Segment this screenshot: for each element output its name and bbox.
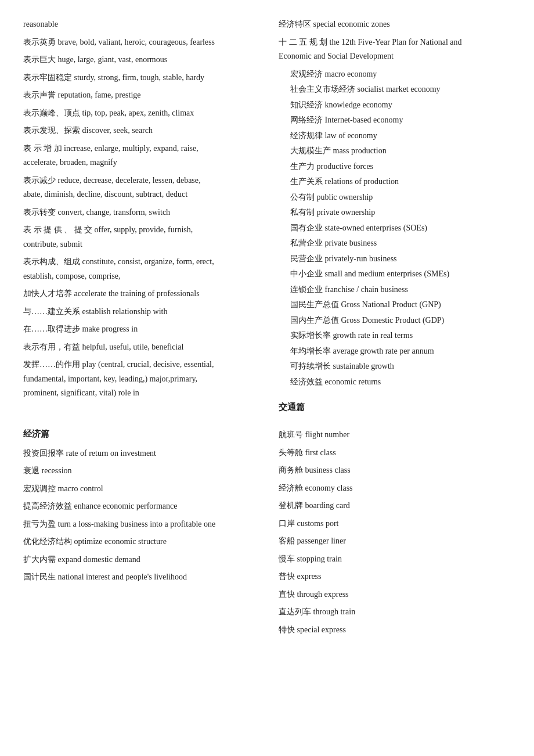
entry-zhongxiaoqiye-en: small and medium enterprises (SMEs) [325,269,450,278]
entry-tigong-cn: 表 示 提 供 、 提 交 [23,225,92,234]
entry-tigaojingji-cn: 提高经济效益 [23,502,72,510]
entry-zhishijingji-en: knowledge economy [325,100,392,109]
entry-jingjiqu-cn: 经济特区 [279,20,311,28]
entry-zhuanbian: 表示转变 convert, change, transform, switch [23,206,255,220]
entry-guoji: 国计民生 national interest and people's live… [23,570,255,585]
entry-gnp-cn: 国民生产总值 [290,300,339,309]
entry-zhikuai-en: through express [297,590,349,599]
entry-touzi-en: rate of return on investment [66,449,157,458]
entry-zengjia-cn: 表 示 增 加 [23,144,62,153]
entry-jingjiguilv-en: law of economy [325,131,377,140]
entry-gdp: 国内生产总值 Gross Domestic Product (GDP) [290,314,511,328]
left-column: reasonable 表示英勇 brave, bold, valiant, he… [23,17,255,640]
entry-zhida-en: through train [313,607,356,616]
entry-goucheng-en: constitute, consist, organize, form, ere… [82,257,214,266]
entry-pukuai-cn: 普快 [279,572,295,581]
entry-wangluojingji: 网络经济 Internet-based economy [290,113,511,128]
entry-touzi: 投资回报率 rate of return on investment [23,447,255,461]
entry-kechixu-en: sustainable growth [333,362,394,370]
entry-youhua-en: optimize economic structure [74,537,167,546]
entry-jingjiqu-en: special economic zones [313,20,390,28]
entry-shijizengzhang: 实际增长率 growth rate in real terms [290,329,511,343]
entry-kuoda-cn: 扩大内需 [23,555,56,564]
entry-siyingqiye-en: private business [325,239,377,247]
entry-koan: 口岸 customs port [279,517,511,531]
entry-laoguwending-cn: 表示牢固稳定 [23,73,72,82]
entry-laoguwending-en: sturdy, strong, firm, tough, stable, har… [74,73,205,82]
entry-jingjicang: 经济舱 economy class [279,481,511,496]
entry-zhida: 直达列车 through train [279,605,511,620]
entry-tigaojingji-en: enhance economic performance [74,502,178,510]
entry-minyingqiye-en: privately-run business [325,254,397,263]
entry-guoyouqiye-en: state-owned enterprises (SOEs) [325,224,428,232]
entry-jinbu: 在……取得进步 make progress in [23,322,255,337]
entry-kechixu: 可持续增长 sustainable growth [290,359,511,374]
entry-dengjipai: 登机牌 boarding card [279,499,511,513]
entry-zengjia: 表 示 增 加 increase, enlarge, multiply, exp… [23,142,255,170]
entry-tekuai: 特快 special express [279,623,511,638]
entry-fahui-en3: prominent, significant, vital) role in [23,388,139,397]
entry-reasonable: reasonable [23,17,255,32]
entry-shuaitui-en: recession [42,466,72,475]
entry-shehuizhuyi-cn: 社会主义市场经济 [290,85,355,93]
entry-shierguihua: 十 二 五 规 划 the 12th Five-Year Plan for Na… [279,35,511,64]
entry-shuaitui: 衰退 recession [23,464,255,478]
entry-youyong-en: helpful, useful, utile, beneficial [82,343,184,351]
entry-siyingqiye-cn: 私营企业 [290,239,323,247]
entry-minyingqiye: 民营企业 privately-run business [290,252,511,267]
entry-goucheng-cn: 表示构成、组成 [23,257,80,266]
entry-dianfeng-cn: 表示巅峰、顶点 [23,109,80,117]
entry-daguimoshengchan: 大规模生产 mass production [290,144,511,159]
entry-hongjingji-cn: 宏观经济 [290,70,323,78]
entry-zhuanbian-en: convert, change, transform, switch [58,208,171,217]
transport-section-title: 交通篇 [279,399,511,415]
entry-juda-cn: 表示巨大 [23,55,56,64]
entry-guoyouqiye: 国有企业 state-owned enterprises (SOEs) [290,221,511,236]
entry-siyouzhi-cn: 私有制 [290,208,315,217]
entry-liansuo-en: franchise / chain business [325,285,408,294]
entry-goucheng-en2: establish, compose, comprise, [23,272,121,280]
entry-hangbanhao: 航班号 flight number [279,428,511,442]
economy-section-title: 经济篇 [23,426,255,442]
entry-zhikuai-cn: 直快 [279,590,295,599]
entry-pukuai-en: express [297,572,322,581]
entry-jingjicang-en: economy class [305,484,353,492]
entry-tigaojingji: 提高经济效益 enhance economic performance [23,499,255,514]
entry-dengjipai-en: boarding card [305,501,350,510]
entry-yingyong-cn: 表示英勇 [23,38,56,46]
entry-shenyu: 表示声誉 reputation, fame, prestige [23,88,255,103]
entry-juda-en: huge, large, giant, vast, enormous [58,55,168,64]
entry-faxian-en: discover, seek, search [82,126,153,135]
entry-jinbu-en: make progress in [82,325,138,333]
entry-liansuo-cn: 连锁企业 [290,285,323,294]
entry-juda: 表示巨大 huge, large, giant, vast, enormous [23,53,255,67]
entry-toudengcang: 头等舱 first class [279,446,511,460]
entry-kechuan: 客船 passenger liner [279,534,511,549]
entry-minyingqiye-cn: 民营企业 [290,254,323,263]
entry-fahui: 发挥……的作用 play (central, crucial, decisive… [23,358,255,401]
entry-shengchanli: 生产力 productive forces [290,160,511,174]
entry-jingjiguilv: 经济规律 law of economy [290,129,511,143]
entry-siyouzhi-en: private ownership [317,208,376,217]
entry-shengchanGuanxi-en: relations of production [325,177,399,186]
entry-yingyong: 表示英勇 brave, bold, valiant, heroic, coura… [23,35,255,50]
entry-dianfeng: 表示巅峰、顶点 tip, top, peak, apex, zenith, cl… [23,106,255,121]
entry-zengjia-en2: accelerate, broaden, magnify [23,158,117,167]
entry-shehuizhuyi: 社会主义市场经济 socialist market economy [290,82,511,97]
entry-shierguihua-en: the 12th Five-Year Plan for National and [330,38,462,46]
entry-youyong-cn: 表示有用，有益 [23,343,80,351]
entry-zhongxiaoqiye-cn: 中小企业 [290,269,323,278]
entry-manche-en: stopping train [297,555,342,563]
entry-gnp-en: Gross National Product (GNP) [341,300,441,309]
entry-jingjicang-cn: 经济舱 [279,484,303,492]
entry-jianli: 与……建立关系 establish relationship with [23,305,255,319]
entry-hangbanhao-en: flight number [305,430,350,439]
entry-faxian-cn: 表示发现、探索 [23,126,80,135]
entry-gongyouzhi: 公有制 public ownership [290,190,511,205]
entry-touzi-cn: 投资回报率 [23,449,64,458]
entry-koan-cn: 口岸 [279,519,295,528]
entry-youyong: 表示有用，有益 helpful, useful, utile, benefici… [23,340,255,355]
entry-niukuiweying-en: turn a loss-making business into a profi… [58,520,216,528]
entry-zengjia-en: increase, enlarge, multiply, expand, rai… [64,144,199,153]
entry-jingjiguilv-cn: 经济规律 [290,131,323,140]
